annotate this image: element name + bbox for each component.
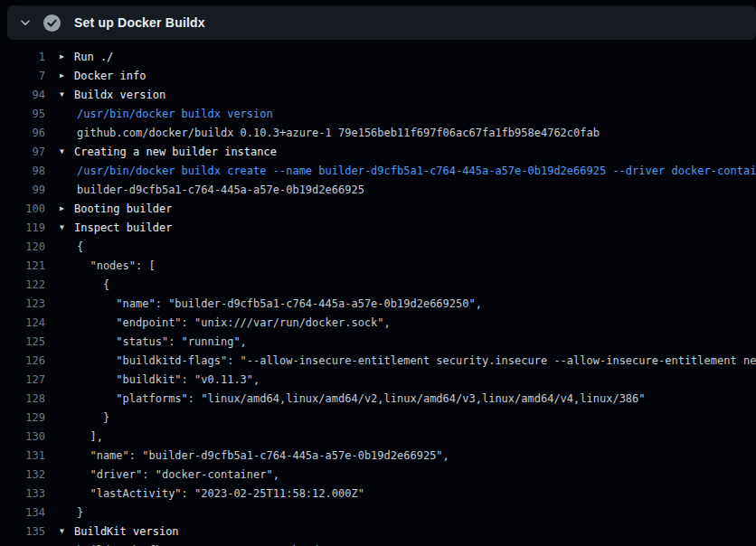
line-number: 133 xyxy=(0,485,45,504)
log-line: 129 } xyxy=(0,409,756,428)
line-number: 123 xyxy=(0,295,45,314)
group-title: BuildKit version xyxy=(74,525,179,538)
log-line: 99builder-d9cfb5a1-c764-445a-a57e-0b19d2… xyxy=(0,181,756,200)
triangle-right-icon[interactable]: ▶ xyxy=(60,200,74,218)
log-output-text: "nodes": [ xyxy=(45,257,156,276)
triangle-right-icon[interactable]: ▶ xyxy=(60,48,74,66)
log-line: 126 "buildkitd-flags": "--allow-insecure… xyxy=(0,352,756,371)
log-output-text: builder-d9cfb5a1-c764-445a-a57e-0b19d2e6… xyxy=(45,181,364,200)
log-group-row[interactable]: 119▼Inspect builder xyxy=(0,219,756,238)
log-line: 131 "name": "builder-d9cfb5a1-c764-445a-… xyxy=(0,447,756,466)
line-number: 131 xyxy=(0,447,45,466)
line-number: 126 xyxy=(0,352,45,371)
log-line: 123 "name": "builder-d9cfb5a1-c764-445a-… xyxy=(0,295,756,314)
step-title: Set up Docker Buildx xyxy=(74,15,205,30)
triangle-down-icon[interactable]: ▼ xyxy=(60,219,74,237)
log-line: 132 "driver": "docker-container", xyxy=(0,466,756,485)
line-number: 7 xyxy=(0,67,45,86)
step-header[interactable]: Set up Docker Buildx xyxy=(7,5,756,40)
log-group-row[interactable]: 97▼Creating a new builder instance xyxy=(0,143,756,162)
triangle-down-icon[interactable]: ▼ xyxy=(60,86,74,104)
log-output-text: "name": "builder-d9cfb5a1-c764-445a-a57e… xyxy=(45,295,482,314)
line-number: 100 xyxy=(0,200,45,219)
triangle-down-icon[interactable]: ▼ xyxy=(60,522,74,541)
line-number: 135 xyxy=(0,522,45,541)
log-line: 124 "endpoint": "unix:///var/run/docker.… xyxy=(0,314,756,333)
line-number: 1 xyxy=(0,48,45,67)
group-title: Inspect builder xyxy=(74,221,172,234)
log-output-text: { xyxy=(45,276,109,295)
log-output-text: "platforms": "linux/amd64,linux/amd64/v2… xyxy=(45,390,646,409)
log-group-row[interactable]: 100▶Booting builder xyxy=(0,200,756,219)
log-line: 98/usr/bin/docker buildx create --name b… xyxy=(0,162,756,181)
log-group-row[interactable]: 94▼Buildx version xyxy=(0,86,756,105)
log-line: 96github.com/docker/buildx 0.10.3+azure-… xyxy=(0,124,756,143)
triangle-right-icon[interactable]: ▶ xyxy=(60,67,74,85)
line-number: 127 xyxy=(0,371,45,390)
log-output-text: ], xyxy=(45,428,103,447)
log-line: 120{ xyxy=(0,238,756,257)
log-line: 122 { xyxy=(0,276,756,295)
check-circle-icon xyxy=(43,14,61,32)
triangle-down-icon[interactable]: ▼ xyxy=(60,143,74,161)
line-number: 97 xyxy=(0,143,45,162)
log-group-row[interactable]: 1▶Run ./ xyxy=(0,48,756,67)
line-number: 136 xyxy=(0,541,45,546)
log-output-text: "driver": "docker-container", xyxy=(45,466,279,485)
group-title: Docker info xyxy=(74,70,146,82)
line-number: 120 xyxy=(0,238,45,257)
log-output-text: "endpoint": "unix:///var/run/docker.sock… xyxy=(45,314,391,333)
line-number: 134 xyxy=(0,504,45,522)
group-title: Creating a new builder instance xyxy=(74,146,277,158)
line-number: 129 xyxy=(0,409,45,428)
line-number: 132 xyxy=(0,466,45,485)
log-command-text: /usr/bin/docker buildx version xyxy=(45,105,273,124)
line-number: 124 xyxy=(0,314,45,333)
log-line: 136builder-d9cfb5a1-c764-445a-a57e-0b19d… xyxy=(0,541,756,546)
log-container[interactable]: 1▶Run ./7▶Docker info94▼Buildx version95… xyxy=(0,40,756,546)
group-title: Booting builder xyxy=(74,202,172,215)
chevron-down-icon[interactable] xyxy=(19,16,32,29)
log-output-text: "lastActivity": "2023-02-25T11:58:12.000… xyxy=(45,485,364,504)
group-title: Buildx version xyxy=(74,89,165,101)
line-number: 94 xyxy=(0,86,45,105)
log-line: 95/usr/bin/docker buildx version xyxy=(0,105,756,124)
log-group-row[interactable]: 7▶Docker info xyxy=(0,67,756,86)
line-number: 121 xyxy=(0,257,45,276)
log-output-text: "name": "builder-d9cfb5a1-c764-445a-a57e… xyxy=(45,447,449,466)
log-line: 128 "platforms": "linux/amd64,linux/amd6… xyxy=(0,390,756,409)
log-output-text: } xyxy=(45,409,109,428)
line-number: 119 xyxy=(0,219,45,238)
line-number: 95 xyxy=(0,105,45,124)
log-line: 121 "nodes": [ xyxy=(0,257,756,276)
log-line: 130 ], xyxy=(0,428,756,447)
log-output-text: "buildkitd-flags": "--allow-insecure-ent… xyxy=(45,352,756,371)
log-line: 125 "status": "running", xyxy=(0,333,756,352)
line-number: 125 xyxy=(0,333,45,352)
line-number: 128 xyxy=(0,390,45,409)
log-command-text: /usr/bin/docker buildx create --name bui… xyxy=(45,162,756,181)
log-output-text: { xyxy=(45,238,83,257)
log-line: 127 "buildkit": "v0.11.3", xyxy=(0,371,756,390)
log-group-row[interactable]: 135▼BuildKit version xyxy=(0,522,756,541)
group-title: Run ./ xyxy=(74,51,113,63)
line-number: 96 xyxy=(0,124,45,143)
line-number: 99 xyxy=(0,181,45,200)
log-output-text: } xyxy=(45,504,83,522)
line-number: 130 xyxy=(0,428,45,447)
log-output-text: builder-d9cfb5a1-c764-445a-a57e-0b19d2e6… xyxy=(45,541,430,546)
log-line: 133 "lastActivity": "2023-02-25T11:58:12… xyxy=(0,485,756,504)
line-number: 122 xyxy=(0,276,45,295)
log-output-text: github.com/docker/buildx 0.10.3+azure-1 … xyxy=(45,124,600,143)
log-output-text: "buildkit": "v0.11.3", xyxy=(45,371,260,390)
log-line: 134} xyxy=(0,504,756,522)
line-number: 98 xyxy=(0,162,45,181)
log-output-text: "status": "running", xyxy=(45,333,247,352)
